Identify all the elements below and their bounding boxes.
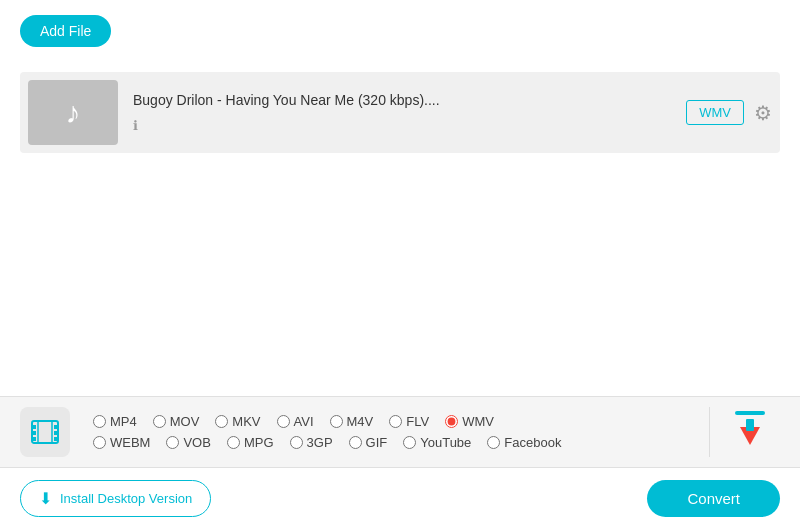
format-option-mkv[interactable]: MKV (207, 411, 268, 432)
radio-m4v[interactable] (330, 415, 343, 428)
format-row-1: MP4 MOV MKV AVI M4V (85, 411, 699, 432)
radio-facebook[interactable] (487, 436, 500, 449)
radio-vob[interactable] (166, 436, 179, 449)
format-label-webm: WEBM (110, 435, 150, 450)
format-row-2: WEBM VOB MPG 3GP GIF (85, 432, 699, 453)
format-option-m4v[interactable]: M4V (322, 411, 382, 432)
formats-container: MP4 MOV MKV AVI M4V (85, 411, 699, 453)
format-label-youtube: YouTube (420, 435, 471, 450)
format-option-facebook[interactable]: Facebook (479, 432, 569, 453)
radio-3gp[interactable] (290, 436, 303, 449)
svg-rect-6 (54, 437, 58, 441)
format-option-youtube[interactable]: YouTube (395, 432, 479, 453)
format-option-3gp[interactable]: 3GP (282, 432, 341, 453)
svg-rect-2 (32, 431, 36, 435)
format-label-m4v: M4V (347, 414, 374, 429)
format-label-gif: GIF (366, 435, 388, 450)
svg-rect-10 (746, 419, 754, 431)
format-option-mov[interactable]: MOV (145, 411, 208, 432)
format-badge[interactable]: WMV (686, 100, 744, 125)
format-option-avi[interactable]: AVI (269, 411, 322, 432)
radio-mp4[interactable] (93, 415, 106, 428)
install-button[interactable]: ⬇ Install Desktop Version (20, 480, 211, 517)
install-label: Install Desktop Version (60, 491, 192, 506)
format-option-mp4[interactable]: MP4 (85, 411, 145, 432)
music-icon: ♪ (66, 96, 81, 130)
download-icon: ⬇ (39, 489, 52, 508)
radio-flv[interactable] (389, 415, 402, 428)
format-label-vob: VOB (183, 435, 210, 450)
convert-button[interactable]: Convert (647, 480, 780, 517)
format-label-avi: AVI (294, 414, 314, 429)
svg-rect-4 (54, 425, 58, 429)
svg-rect-1 (32, 425, 36, 429)
empty-area (0, 213, 800, 396)
format-option-wmv[interactable]: WMV (437, 411, 502, 432)
svg-rect-3 (32, 437, 36, 441)
format-option-flv[interactable]: FLV (381, 411, 437, 432)
radio-avi[interactable] (277, 415, 290, 428)
radio-webm[interactable] (93, 436, 106, 449)
format-label-mkv: MKV (232, 414, 260, 429)
radio-gif[interactable] (349, 436, 362, 449)
format-label-mov: MOV (170, 414, 200, 429)
format-option-gif[interactable]: GIF (341, 432, 396, 453)
file-actions: WMV ⚙ (686, 100, 772, 125)
file-name: Bugoy Drilon - Having You Near Me (320 k… (133, 92, 671, 108)
format-label-mpg: MPG (244, 435, 274, 450)
radio-mov[interactable] (153, 415, 166, 428)
panel-divider (709, 407, 710, 457)
format-option-vob[interactable]: VOB (158, 432, 218, 453)
format-option-mpg[interactable]: MPG (219, 432, 282, 453)
format-icon-container (20, 407, 70, 457)
radio-mpg[interactable] (227, 436, 240, 449)
format-label-3gp: 3GP (307, 435, 333, 450)
radio-youtube[interactable] (403, 436, 416, 449)
file-info: Bugoy Drilon - Having You Near Me (320 k… (118, 92, 686, 134)
download-area (720, 411, 780, 453)
format-option-webm[interactable]: WEBM (85, 432, 158, 453)
info-icon[interactable]: ℹ (133, 118, 138, 133)
file-item: ♪ Bugoy Drilon - Having You Near Me (320… (20, 72, 780, 153)
download-arrow-icon (732, 417, 768, 453)
format-panel: MP4 MOV MKV AVI M4V (0, 396, 800, 467)
main-content: Add File ♪ Bugoy Drilon - Having You Nea… (0, 0, 800, 529)
radio-mkv[interactable] (215, 415, 228, 428)
film-icon (30, 417, 60, 447)
top-area: Add File ♪ Bugoy Drilon - Having You Nea… (0, 0, 800, 213)
format-label-flv: FLV (406, 414, 429, 429)
radio-wmv[interactable] (445, 415, 458, 428)
file-thumbnail: ♪ (28, 80, 118, 145)
bottom-footer: ⬇ Install Desktop Version Convert (0, 467, 800, 529)
format-label-facebook: Facebook (504, 435, 561, 450)
format-label-mp4: MP4 (110, 414, 137, 429)
settings-icon[interactable]: ⚙ (754, 101, 772, 125)
svg-rect-5 (54, 431, 58, 435)
download-bar (735, 411, 765, 415)
format-label-wmv: WMV (462, 414, 494, 429)
add-file-button[interactable]: Add File (20, 15, 111, 47)
